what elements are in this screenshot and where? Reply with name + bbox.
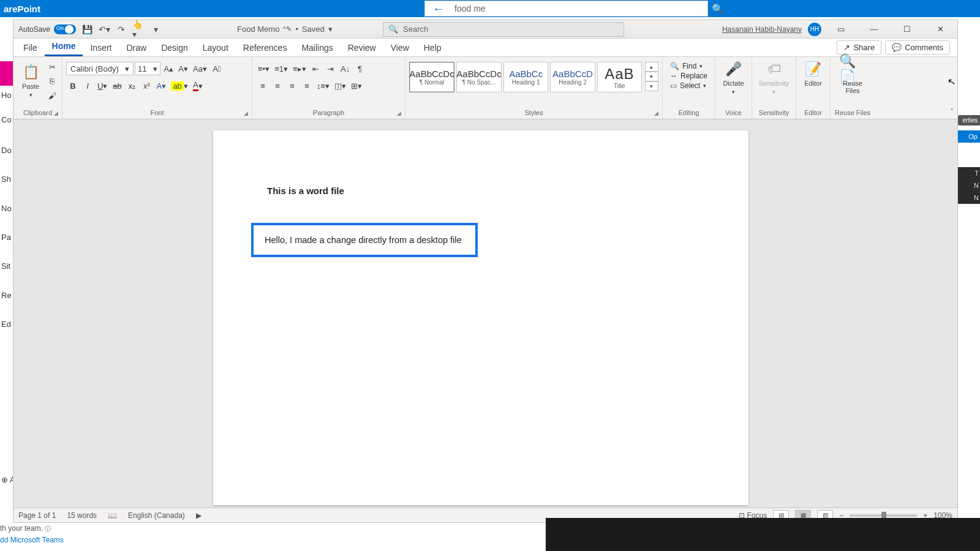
styles-more-icon[interactable]: ▾: [645, 81, 658, 91]
launcher-icon[interactable]: ◢: [397, 110, 401, 116]
chevron-down-icon[interactable]: ▾: [328, 24, 333, 34]
align-left-icon[interactable]: ≡: [256, 79, 270, 92]
redo-icon[interactable]: ↷: [115, 23, 127, 36]
increase-indent-icon[interactable]: ⇥: [324, 62, 337, 75]
toggle-icon[interactable]: On: [54, 24, 76, 34]
multilevel-icon[interactable]: ≡▸▾: [291, 62, 308, 75]
close-button[interactable]: ✕: [927, 21, 954, 38]
tab-help[interactable]: Help: [417, 39, 449, 56]
tab-references[interactable]: References: [236, 39, 295, 56]
search-icon[interactable]: 🔍: [708, 1, 728, 17]
style-heading2[interactable]: AaBbCcDHeading 2: [550, 62, 595, 92]
save-icon[interactable]: 💾: [81, 23, 93, 36]
touch-icon[interactable]: 👆▾: [132, 23, 145, 36]
document-area[interactable]: This is a word file Hello, I made a chan…: [13, 119, 957, 508]
tab-design[interactable]: Design: [154, 39, 195, 56]
font-name-select[interactable]: Calibri (Body)▾: [66, 62, 134, 75]
launcher-icon[interactable]: ◢: [244, 110, 248, 116]
spellcheck-icon[interactable]: 📖: [108, 511, 117, 520]
tab-layout[interactable]: Layout: [195, 39, 236, 56]
font-size-select[interactable]: 11▾: [135, 62, 160, 75]
customize-qat-icon[interactable]: ▾: [149, 23, 162, 36]
shrink-font-icon[interactable]: A▾: [176, 62, 190, 75]
highlight-icon[interactable]: ab▾: [169, 79, 189, 92]
tab-file[interactable]: File: [16, 39, 45, 56]
decrease-indent-icon[interactable]: ⇤: [309, 62, 323, 75]
document-title[interactable]: Food Memo ᴬ✎ • Saved ▾: [237, 24, 333, 34]
line-spacing-icon[interactable]: ↕≡▾: [315, 79, 331, 92]
autosave-toggle[interactable]: AutoSave On: [18, 24, 76, 34]
tell-me-search[interactable]: 🔍 Search: [383, 22, 624, 37]
italic-button[interactable]: I: [81, 79, 94, 92]
numbering-icon[interactable]: ≡1▾: [273, 62, 290, 75]
nav-co[interactable]: Co: [1, 115, 12, 124]
grow-font-icon[interactable]: A▴: [162, 62, 175, 75]
dictate-button[interactable]: 🎤Dictate▾: [719, 59, 748, 96]
show-marks-icon[interactable]: ¶: [353, 62, 367, 75]
tab-mailings[interactable]: Mailings: [294, 39, 340, 56]
tab-view[interactable]: View: [383, 39, 417, 56]
paragraph-1[interactable]: This is a word file: [267, 186, 695, 196]
open-button[interactable]: Op: [958, 130, 980, 143]
zoom-slider[interactable]: [850, 514, 917, 517]
nav-sit[interactable]: Sit: [1, 261, 10, 271]
add-teams-link[interactable]: dd Microsoft Teams: [0, 534, 64, 546]
find-button[interactable]: 🔍Find▾: [670, 62, 707, 70]
tab-review[interactable]: Review: [341, 39, 383, 56]
reuse-files-button[interactable]: 🔍📄Reuse Files: [834, 59, 871, 96]
nav-re[interactable]: Re: [1, 291, 12, 300]
maximize-button[interactable]: ☐: [894, 21, 921, 38]
bullets-icon[interactable]: ≡•▾: [256, 62, 271, 75]
document-page[interactable]: This is a word file Hello, I made a chan…: [213, 130, 748, 505]
font-color-icon[interactable]: A▾: [191, 79, 205, 92]
shading-icon[interactable]: ◫▾: [333, 79, 348, 92]
launcher-icon[interactable]: ◢: [654, 110, 658, 116]
subscript-button[interactable]: x₂: [125, 79, 138, 92]
nav-ed[interactable]: Ed: [1, 320, 11, 329]
format-painter-icon[interactable]: 🖌: [45, 89, 59, 102]
language-indicator[interactable]: English (Canada): [128, 511, 185, 520]
styles-down-icon[interactable]: ▾: [645, 72, 658, 81]
sharepoint-search[interactable]: ← food me: [424, 1, 708, 17]
styles-up-icon[interactable]: ▴: [645, 62, 658, 72]
nav-sh[interactable]: Sh: [1, 174, 11, 184]
page-indicator[interactable]: Page 1 of 1: [18, 511, 56, 520]
editor-button[interactable]: 📝Editor: [800, 59, 826, 88]
replace-button[interactable]: ↔Replace: [670, 72, 707, 80]
macro-icon[interactable]: ▶: [196, 511, 202, 520]
comments-button[interactable]: 💬Comments: [885, 40, 950, 54]
clear-format-icon[interactable]: A⃠: [210, 62, 224, 75]
back-arrow-icon[interactable]: ←: [431, 1, 446, 16]
align-center-icon[interactable]: ≡: [271, 79, 284, 92]
undo-icon[interactable]: ↶▾: [98, 23, 110, 36]
nav-pa[interactable]: Pa: [1, 233, 11, 242]
word-count[interactable]: 15 words: [67, 511, 97, 520]
superscript-button[interactable]: x²: [140, 79, 153, 92]
style-heading1[interactable]: AaBbCcHeading 1: [503, 62, 548, 92]
nav-no[interactable]: No: [1, 204, 12, 213]
justify-icon[interactable]: ≡: [300, 79, 314, 92]
style-normal[interactable]: AaBbCcDc¶ Normal: [409, 62, 454, 92]
cut-icon[interactable]: ✂: [45, 61, 59, 73]
username[interactable]: Hasanain Habib-Nayany: [722, 25, 802, 34]
minimize-button[interactable]: —: [861, 21, 888, 38]
style-nospacing[interactable]: AaBbCcDc¶ No Spac...: [456, 62, 502, 92]
avatar[interactable]: HH: [808, 23, 821, 36]
share-button[interactable]: ↗Share: [837, 40, 881, 54]
paste-button[interactable]: 📋Paste▾: [17, 59, 44, 102]
change-case-icon[interactable]: Aa▾: [191, 62, 209, 75]
select-button[interactable]: ▭Select▾: [670, 81, 707, 90]
borders-icon[interactable]: ⊞▾: [349, 79, 364, 92]
collapse-ribbon-icon[interactable]: ˄: [950, 108, 954, 116]
strike-button[interactable]: ab: [110, 79, 124, 92]
tab-home[interactable]: Home: [45, 37, 83, 56]
tab-draw[interactable]: Draw: [119, 39, 154, 56]
bold-button[interactable]: B: [66, 79, 80, 92]
text-effects-icon[interactable]: A▾: [154, 79, 168, 92]
nav-home[interactable]: Ho: [1, 91, 12, 100]
copy-icon[interactable]: ⎘: [45, 75, 59, 88]
tab-insert[interactable]: Insert: [83, 39, 119, 56]
ribbon-display-icon[interactable]: ▭: [827, 21, 854, 38]
nav-do[interactable]: Do: [1, 146, 12, 155]
align-right-icon[interactable]: ≡: [285, 79, 299, 92]
